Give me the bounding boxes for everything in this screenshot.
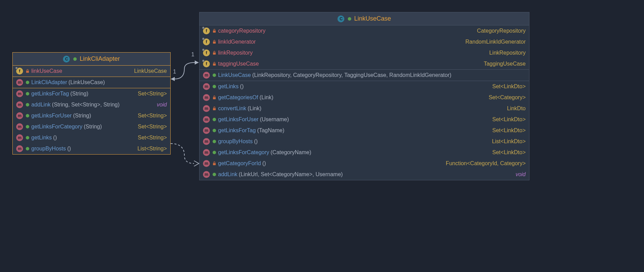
field-name: taggingUseCase bbox=[218, 61, 259, 67]
field-type: CategoryRepository bbox=[477, 28, 526, 34]
params: (LinkUseCase) bbox=[68, 79, 105, 86]
return-type: Set<String> bbox=[138, 124, 167, 130]
method-icon: m bbox=[203, 116, 210, 123]
public-icon bbox=[25, 80, 30, 85]
field-row[interactable]: f linkUseCase LinkUseCase bbox=[13, 66, 170, 77]
dependency-connector bbox=[171, 144, 200, 168]
method-name: getLinksForUser bbox=[218, 116, 258, 123]
svg-point-14 bbox=[213, 73, 216, 77]
method-icon: m bbox=[203, 171, 210, 178]
method-name: getLinks bbox=[218, 83, 239, 90]
methods-section: m getLinks() Set<LinkDto> m getCategorie… bbox=[200, 81, 529, 180]
method-row[interactable]: m getLinksForUser(Username) Set<LinkDto> bbox=[200, 114, 529, 125]
return-type: void bbox=[157, 102, 167, 108]
svg-point-2 bbox=[26, 81, 29, 84]
lock-icon bbox=[212, 39, 217, 44]
constructor-row[interactable]: m LinkCliAdapter(LinkUseCase) bbox=[13, 77, 170, 88]
field-icon: f bbox=[203, 27, 210, 34]
class-box-linkcliadapter[interactable]: C LinkCliAdapter f linkUseCase LinkUseCa… bbox=[12, 52, 171, 155]
method-name: addLink bbox=[218, 171, 237, 178]
field-name: linkUseCase bbox=[31, 68, 62, 74]
return-type: List<LinkDto> bbox=[492, 138, 526, 145]
method-row[interactable]: m getLinksForTag(TagName) Set<LinkDto> bbox=[200, 125, 529, 136]
lock-icon bbox=[212, 50, 217, 55]
public-icon bbox=[25, 113, 30, 118]
field-type: RandomLinkIdGenerator bbox=[465, 39, 526, 45]
return-type: Set<String> bbox=[138, 135, 167, 141]
multiplicity-label: 1 bbox=[173, 69, 176, 75]
method-row[interactable]: m getLinksForTag(String) Set<String> bbox=[13, 88, 170, 99]
method-row[interactable]: m addLink(LinkUrl, Set<CategoryName>, Us… bbox=[200, 169, 529, 180]
return-type: Set<LinkDto> bbox=[492, 83, 526, 90]
params: () bbox=[53, 135, 57, 141]
method-icon: m bbox=[16, 101, 23, 108]
field-icon: f bbox=[203, 49, 210, 56]
params: (String) bbox=[73, 113, 91, 119]
method-icon: m bbox=[203, 160, 210, 167]
method-row[interactable]: m getLinksForCategory(String) Set<String… bbox=[13, 121, 170, 132]
method-row[interactable]: m getLinks() Set<String> bbox=[13, 132, 170, 143]
public-icon bbox=[25, 146, 30, 151]
svg-point-3 bbox=[26, 92, 29, 95]
public-icon bbox=[212, 128, 217, 133]
field-row[interactable]: f taggingUseCase TaggingUseCase bbox=[200, 58, 529, 69]
public-icon bbox=[25, 124, 30, 129]
method-row[interactable]: m convertLink(Link) LinkDto bbox=[200, 103, 529, 114]
field-name: categoryRepository bbox=[218, 28, 266, 34]
svg-point-4 bbox=[26, 103, 29, 106]
method-icon: m bbox=[16, 90, 23, 97]
method-icon: m bbox=[203, 127, 210, 134]
svg-rect-22 bbox=[213, 163, 216, 165]
svg-rect-17 bbox=[213, 108, 216, 110]
constructor-name: LinkCliAdapter bbox=[31, 79, 67, 86]
lock-icon bbox=[212, 95, 217, 100]
public-icon bbox=[212, 139, 217, 144]
method-row[interactable]: m getCategoriesOf(Link) Set<Category> bbox=[200, 92, 529, 103]
method-name: getCategoryForId bbox=[218, 160, 261, 167]
return-type: Function<CategoryId, Category> bbox=[446, 160, 526, 167]
svg-marker-25 bbox=[195, 60, 199, 65]
method-row[interactable]: m getLinksForUser(String) Set<String> bbox=[13, 110, 170, 121]
field-type: LinkUseCase bbox=[134, 68, 167, 74]
public-icon bbox=[212, 172, 217, 177]
public-icon bbox=[212, 73, 217, 78]
public-icon bbox=[347, 16, 352, 21]
method-icon: m bbox=[203, 105, 210, 112]
field-row[interactable]: f categoryRepository CategoryRepository bbox=[200, 25, 529, 36]
fields-section: f categoryRepository CategoryRepository … bbox=[200, 25, 529, 70]
method-row[interactable]: m getLinksForCategory(CategoryName) Set<… bbox=[200, 147, 529, 158]
method-row[interactable]: m groupByHosts() List<LinkDto> bbox=[200, 136, 529, 147]
class-box-linkusecase[interactable]: C LinkUseCase f categoryRepository Categ… bbox=[199, 12, 529, 180]
constructors-section: m LinkUseCase(LinkRepository, CategoryRe… bbox=[200, 70, 529, 81]
multiplicity-label: 1 bbox=[191, 52, 194, 58]
field-row[interactable]: f linkIdGenerator RandomLinkIdGenerator bbox=[200, 36, 529, 47]
svg-point-6 bbox=[26, 125, 29, 128]
svg-marker-24 bbox=[171, 77, 175, 81]
method-row[interactable]: m addLink(String, Set<String>, String) v… bbox=[13, 99, 170, 110]
method-icon: m bbox=[203, 72, 210, 79]
svg-rect-16 bbox=[213, 97, 216, 99]
method-row[interactable]: m groupByHosts() List<String> bbox=[13, 143, 170, 154]
method-name: getLinksForCategory bbox=[31, 124, 83, 130]
method-row[interactable]: m getCategoryForId() Function<CategoryId… bbox=[200, 158, 529, 169]
return-type: Set<String> bbox=[138, 113, 167, 119]
public-icon bbox=[212, 150, 217, 155]
params: () bbox=[262, 160, 266, 167]
class-header: C LinkCliAdapter bbox=[13, 53, 170, 66]
method-icon: m bbox=[16, 123, 23, 130]
method-row[interactable]: m getLinks() Set<LinkDto> bbox=[200, 81, 529, 92]
method-icon: m bbox=[203, 83, 210, 90]
field-type: LinkRepository bbox=[489, 50, 526, 56]
return-type: Set<LinkDto> bbox=[492, 149, 526, 156]
params: () bbox=[254, 138, 258, 145]
params: (CategoryName) bbox=[271, 149, 311, 156]
method-name: getLinksForUser bbox=[31, 113, 72, 119]
return-type: Set<LinkDto> bbox=[492, 127, 526, 134]
class-name: LinkUseCase bbox=[354, 15, 391, 22]
svg-rect-1 bbox=[26, 71, 29, 73]
constructor-row[interactable]: m LinkUseCase(LinkRepository, CategoryRe… bbox=[200, 70, 529, 81]
params: (LinkRepository, CategoryRepository, Tag… bbox=[252, 72, 451, 78]
method-name: addLink bbox=[31, 102, 51, 108]
svg-rect-13 bbox=[213, 64, 216, 66]
field-row[interactable]: f linkRepository LinkRepository bbox=[200, 47, 529, 58]
